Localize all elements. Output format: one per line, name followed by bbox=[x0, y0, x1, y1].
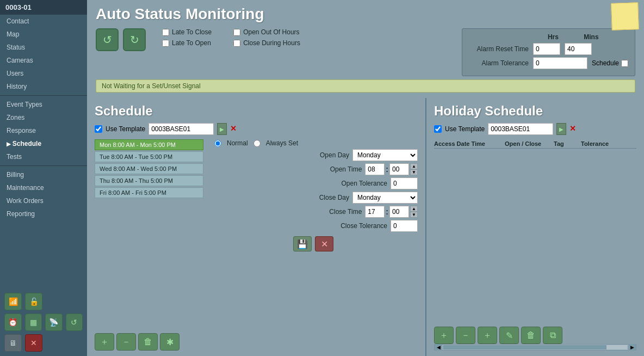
wifi-icon-btn[interactable]: 📡 bbox=[45, 314, 63, 331]
col-open-close: Open / Close bbox=[505, 140, 548, 147]
asm-section: Auto Status Monitoring ↺ ↻ Late To Close… bbox=[87, 0, 644, 98]
schedule-list: Mon 8:00 AM - Mon 5:00 PM Tue 8:00 AM - … bbox=[95, 139, 203, 247]
asm-icon-reset[interactable]: ↻ bbox=[123, 28, 146, 51]
sidebar-item-response[interactable]: Response bbox=[0, 124, 87, 137]
sidebar-item-event-types[interactable]: Event Types bbox=[0, 98, 87, 111]
schedule-add-btn[interactable]: ＋ bbox=[95, 333, 114, 351]
holiday-add-btn[interactable]: ＋ bbox=[434, 327, 454, 344]
open-time-inputs: : ▲ ▼ bbox=[365, 163, 418, 175]
close-tolerance-input[interactable] bbox=[391, 220, 418, 232]
list-item[interactable]: Wed 8:00 AM - Wed 5:00 PM bbox=[95, 163, 203, 174]
schedule-use-template-label: Use Template bbox=[106, 125, 145, 133]
scrollbar-track[interactable] bbox=[443, 345, 627, 349]
schedule-action-btns: ＋ － 🗑 ✱ bbox=[95, 329, 418, 351]
open-time-down-btn[interactable]: ▼ bbox=[410, 169, 418, 175]
schedule-template-input[interactable] bbox=[148, 123, 214, 135]
schedule-save-btn[interactable]: 💾 bbox=[293, 236, 312, 251]
open-time-spinner: ▲ ▼ bbox=[410, 163, 418, 175]
close-time-h-input[interactable] bbox=[365, 206, 385, 218]
schedule-remove-btn[interactable]: － bbox=[116, 333, 136, 351]
sidebar-item-work-orders[interactable]: Work Orders bbox=[0, 194, 87, 207]
sidebar-item-contact[interactable]: Contact bbox=[0, 15, 87, 28]
alarm-reset-label: Alarm Reset Time bbox=[469, 45, 529, 53]
open-day-select[interactable]: Monday bbox=[352, 149, 418, 161]
sidebar-item-history[interactable]: History bbox=[0, 80, 87, 93]
schedule-template-arrow-btn[interactable]: ▶ bbox=[217, 123, 227, 135]
holiday-edit-btn[interactable]: ✎ bbox=[499, 327, 519, 344]
open-time-h-input[interactable] bbox=[365, 163, 385, 175]
refresh-icon-btn[interactable]: ↺ bbox=[66, 314, 83, 331]
alarm-tolerance-label: Alarm Tolerance bbox=[469, 59, 529, 67]
alarm-tolerance-input[interactable] bbox=[533, 57, 587, 69]
schedule-template-clear-btn[interactable]: ✕ bbox=[230, 124, 240, 134]
radio-row: Normal Always Set bbox=[214, 139, 418, 147]
open-time-up-btn[interactable]: ▲ bbox=[410, 163, 418, 169]
alarm-schedule-row: Schedule bbox=[592, 59, 628, 67]
sticky-note bbox=[611, 2, 639, 30]
holiday-template-arrow-btn[interactable]: ▶ bbox=[556, 123, 566, 135]
normal-radio[interactable] bbox=[214, 140, 221, 147]
always-set-radio[interactable] bbox=[253, 140, 261, 147]
sidebar-item-reporting[interactable]: Reporting bbox=[0, 207, 87, 220]
holiday-template-input[interactable] bbox=[488, 123, 553, 135]
close-during-hours-checkbox[interactable] bbox=[233, 40, 240, 47]
asm-icon-refresh[interactable]: ↺ bbox=[96, 28, 119, 51]
holiday-copy-btn[interactable]: ⧉ bbox=[543, 327, 562, 344]
sidebar-bottom: 📶 🔓 ⏰ ▦ 📡 ↺ 🖥 ✕ bbox=[0, 289, 87, 356]
list-item[interactable]: Fri 8:00 AM - Fri 5:00 PM bbox=[95, 187, 203, 198]
close-day-label: Close Day bbox=[300, 194, 349, 201]
sidebar-divider-1 bbox=[0, 95, 87, 96]
signal-icon-btn[interactable]: 📶 bbox=[4, 293, 22, 310]
holiday-scrollbar[interactable]: ◀ ▶ bbox=[434, 344, 636, 351]
sidebar-item-maintenance[interactable]: Maintenance bbox=[0, 181, 87, 194]
sidebar-item-cameras[interactable]: Cameras bbox=[0, 54, 87, 67]
asm-status: Not Waiting for a Set/Unset Signal bbox=[96, 79, 635, 93]
close-day-select[interactable]: Monday bbox=[352, 192, 418, 204]
late-to-open-checkbox[interactable] bbox=[162, 40, 169, 47]
close-icon-btn[interactable]: ✕ bbox=[25, 334, 42, 352]
scrollbar-right-btn[interactable]: ▶ bbox=[628, 344, 636, 351]
sidebar-item-zones[interactable]: Zones bbox=[0, 111, 87, 124]
col-tag: Tag bbox=[554, 140, 575, 147]
schedule-delete-btn[interactable]: 🗑 bbox=[138, 333, 158, 351]
holiday-delete-btn[interactable]: 🗑 bbox=[521, 327, 541, 344]
sidebar-item-schedule[interactable]: Schedule bbox=[0, 137, 87, 150]
holiday-template-clear-btn[interactable]: ✕ bbox=[569, 124, 579, 134]
open-time-m-input[interactable] bbox=[389, 163, 409, 175]
grid-icon-btn[interactable]: ▦ bbox=[25, 314, 42, 331]
late-to-close-checkbox[interactable] bbox=[162, 29, 169, 36]
schedule-asterisk-btn[interactable]: ✱ bbox=[160, 333, 179, 351]
holiday-remove-btn[interactable]: － bbox=[456, 327, 475, 344]
sidebar-item-tests[interactable]: Tests bbox=[0, 150, 87, 163]
sidebar-item-map[interactable]: Map bbox=[0, 28, 87, 41]
holiday-title: Holiday Schedule bbox=[434, 103, 636, 119]
list-item[interactable]: Tue 8:00 AM - Tue 5:00 PM bbox=[95, 151, 203, 162]
close-time-up-btn[interactable]: ▲ bbox=[410, 206, 418, 212]
open-tolerance-input[interactable] bbox=[391, 177, 418, 189]
alarm-icon-btn[interactable]: ⏰ bbox=[4, 314, 22, 331]
list-item[interactable]: Mon 8:00 AM - Mon 5:00 PM bbox=[95, 139, 203, 150]
alarm-reset-hrs-input[interactable] bbox=[533, 43, 560, 55]
holiday-template-row: Use Template ▶ ✕ bbox=[434, 123, 636, 135]
alarm-reset-mins-input[interactable] bbox=[565, 43, 592, 55]
sidebar-divider-2 bbox=[0, 165, 87, 166]
holiday-add2-btn[interactable]: ＋ bbox=[478, 327, 497, 344]
schedule-use-template-checkbox[interactable] bbox=[95, 125, 102, 133]
close-time-m-input[interactable] bbox=[389, 206, 409, 218]
asm-body: ↺ ↻ Late To Close Late To Open Open Out … bbox=[96, 28, 635, 76]
sidebar-item-billing[interactable]: Billing bbox=[0, 168, 87, 181]
asm-alarm-header: Hrs Mins bbox=[469, 33, 628, 41]
unlock-icon-btn[interactable]: 🔓 bbox=[25, 293, 42, 310]
open-out-of-hours-label: Open Out Of Hours bbox=[243, 28, 299, 36]
sidebar-item-users[interactable]: Users bbox=[0, 67, 87, 80]
list-item[interactable]: Thu 8:00 AM - Thu 5:00 PM bbox=[95, 175, 203, 186]
holiday-use-template-checkbox[interactable] bbox=[434, 125, 442, 133]
close-time-down-btn[interactable]: ▼ bbox=[410, 212, 418, 218]
monitor-icon-btn[interactable]: 🖥 bbox=[4, 334, 22, 352]
schedule-checkbox[interactable] bbox=[621, 60, 628, 67]
schedule-cancel-btn[interactable]: ✕ bbox=[315, 236, 333, 251]
mins-label: Mins bbox=[578, 33, 605, 41]
open-out-of-hours-checkbox[interactable] bbox=[233, 29, 240, 36]
scrollbar-left-btn[interactable]: ◀ bbox=[435, 344, 442, 351]
sidebar-item-status[interactable]: Status bbox=[0, 41, 87, 54]
